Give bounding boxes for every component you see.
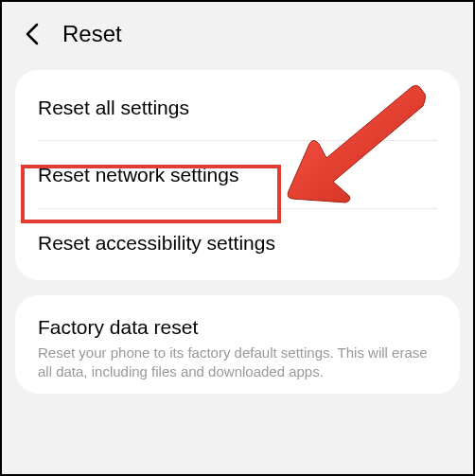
factory-reset-subtitle: Reset your phone to its factory default …: [38, 344, 437, 382]
reset-options-card: Reset all settings Reset network setting…: [15, 70, 460, 280]
back-icon[interactable]: [21, 23, 44, 45]
reset-network-settings-item[interactable]: Reset network settings: [15, 141, 460, 208]
factory-reset-title: Factory data reset: [38, 314, 437, 340]
list-item-title: Reset all settings: [38, 95, 437, 120]
list-item-title: Reset accessibility settings: [38, 230, 437, 256]
factory-reset-card[interactable]: Factory data reset Reset your phone to i…: [15, 295, 460, 394]
reset-all-settings-item[interactable]: Reset all settings: [15, 74, 460, 141]
list-item-title: Reset network settings: [38, 162, 437, 187]
page-title: Reset: [62, 21, 122, 47]
header-bar: Reset: [2, 2, 473, 70]
reset-accessibility-settings-item[interactable]: Reset accessibility settings: [15, 209, 460, 276]
